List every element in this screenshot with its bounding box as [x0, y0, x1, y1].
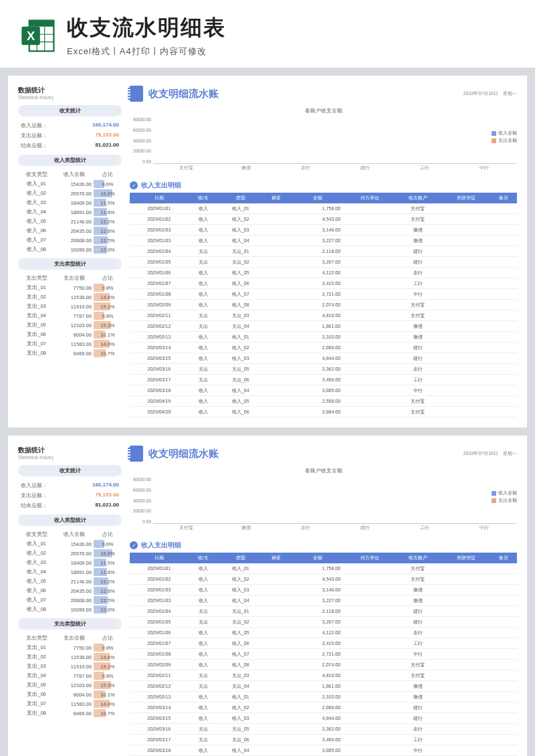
table-row: 支出_017750.009.8%	[18, 283, 122, 292]
table-row: 支出_088469.0010.7%	[18, 708, 122, 718]
page-title: 收支明细流水账	[148, 88, 219, 100]
table-row: 2029/03/17支出支出_063,466.00工行	[130, 375, 517, 385]
table-row: 收入_0418891.0011.8%	[18, 207, 122, 217]
table-row: 支出_0211538.0014.6%	[18, 652, 122, 662]
table-row: 2029/04/20收入收入_062,884.00支付宝	[130, 407, 517, 417]
template-page: 数据统计 Statistical Inquiry 收支统计收入总额：160,17…	[8, 436, 527, 756]
table-row: 支出_0211538.0014.6%	[18, 292, 122, 302]
y-axis: 80000.0060000.0040000.0020000.000.00	[130, 477, 153, 524]
book-icon	[130, 86, 143, 102]
table-row: 收入_0720008.0012.5%	[18, 235, 122, 245]
page-header: 收支明细流水账 2022年07月18日 星期一	[130, 86, 517, 102]
table-row: 2029/02/11支出支出_034,810.00支付宝	[130, 310, 517, 321]
x-axis: 支付宝微信农行建行工行中行	[153, 525, 517, 531]
sidebar-title: 数据统计	[18, 446, 122, 455]
summary-row: 支出总额：79,153.00	[18, 490, 122, 500]
section-header: ✓ 收入支出明细	[130, 541, 517, 550]
table-row: 支出_068004.0010.1%	[18, 690, 122, 699]
page-header: 收支明细流水账 2022年07月18日 星期一	[130, 446, 517, 462]
table-row: 支出_0711583.0014.6%	[18, 339, 122, 349]
page-title: 收支明细流水账	[148, 448, 219, 460]
main-content: 收支明细流水账 2022年07月18日 星期一 各账户收支金额 80000.00…	[130, 446, 517, 756]
table-row: 收入_0819289.0012.0%	[18, 245, 122, 254]
table-row: 2029/02/13收入收入_012,310.00微信	[130, 692, 517, 702]
excel-icon: X	[20, 17, 57, 54]
summary-row: 结余总额：81,021.00	[18, 140, 122, 151]
table-row: 2029/03/16支出支出_052,362.00农行	[130, 364, 517, 375]
table-row: 支出_068004.0010.1%	[18, 330, 122, 339]
detail-table: 日期收/支类型摘要金额对方单位收支账户关联凭证备注2029/01/01收入收入_…	[130, 193, 517, 417]
sidebar-title: 数据统计	[18, 86, 122, 95]
table-row: 2029/01/02收入收入_024,543.00支付宝	[130, 214, 517, 225]
table-row: 支出_0311919.0015.1%	[18, 662, 122, 671]
table-row: 2029/01/01收入收入_011,758.00支付宝	[130, 563, 517, 574]
main-content: 收支明细流水账 2022年07月18日 星期一 各账户收支金额 80000.00…	[130, 86, 517, 417]
table-row: 2029/03/18收入收入_043,005.00中行	[130, 385, 517, 396]
table-row: 支出_0512103.0015.3%	[18, 320, 122, 330]
table-row: 2029/03/14收入收入_022,060.00建行	[130, 702, 517, 713]
bar-chart: 80000.0060000.0040000.0020000.000.00 支付宝…	[130, 477, 517, 534]
summary-row: 支出总额：79,153.00	[18, 130, 122, 140]
sidebar: 数据统计 Statistical Inquiry 收支统计收入总额：160,17…	[18, 86, 122, 417]
table-row: 2029/03/15收入收入_034,844.00建行	[130, 713, 517, 724]
table-row: 2029/01/04支出支出_012,118.00建行	[130, 246, 517, 257]
table-row: 2029/03/18收入收入_043,005.00中行	[130, 745, 517, 756]
book-icon	[130, 446, 143, 462]
section-icon: ✓	[130, 541, 138, 549]
expense-table: 支出类型支出金额占比支出_017750.009.8%支出_0211538.001…	[18, 274, 122, 358]
chart-title: 各账户收支金额	[130, 107, 517, 114]
table-row: 支出_047787.009.8%	[18, 311, 122, 320]
table-row: 2029/01/04支出支出_012,118.00建行	[130, 606, 517, 617]
table-row: 2029/03/16支出支出_052,362.00农行	[130, 724, 517, 735]
table-row: 支出_017750.009.8%	[18, 643, 122, 652]
expense-header: 支出类型统计	[18, 258, 122, 270]
page-date: 2022年07月18日 星期一	[463, 450, 517, 457]
sidebar-subtitle: Statistical Inquiry	[18, 95, 122, 100]
table-row: 收入_0226570.0016.6%	[18, 549, 122, 558]
table-row: 2029/01/07收入收入_062,415.00工行	[130, 638, 517, 649]
table-row: 收入_0115426.009.6%	[18, 179, 122, 189]
expense-header: 支出类型统计	[18, 618, 122, 630]
sub-title: Excel格式丨A4打印丨内容可修改	[67, 45, 515, 58]
table-row: 2029/01/06收入收入_054,122.00农行	[130, 268, 517, 278]
sidebar: 数据统计 Statistical Inquiry 收支统计收入总额：160,17…	[18, 446, 122, 756]
table-row: 支出_088469.0010.7%	[18, 349, 122, 358]
template-header: X 收支流水明细表 Excel格式丨A4打印丨内容可修改	[0, 0, 535, 68]
table-row: 收入_0115426.009.6%	[18, 539, 122, 549]
summary-header: 收支统计	[18, 105, 122, 116]
template-page: 数据统计 Statistical Inquiry 收支统计收入总额：160,17…	[8, 76, 527, 428]
main-title: 收支流水明细表	[67, 13, 515, 43]
y-axis: 80000.0060000.0040000.0020000.000.00	[130, 117, 153, 164]
income-header: 收入类型统计	[18, 514, 122, 526]
table-row: 2029/01/05支出支出_023,267.00建行	[130, 257, 517, 268]
table-row: 2029/01/01收入收入_011,758.00支付宝	[130, 203, 517, 214]
summary-row: 收入总额：160,174.00	[18, 480, 122, 490]
income-header: 收入类型统计	[18, 155, 122, 166]
table-row: 2029/01/06收入收入_054,122.00农行	[130, 628, 517, 638]
income-table: 收支类型收入金额占比收入_0115426.009.6%收入_0226570.00…	[18, 170, 122, 254]
bar-chart: 80000.0060000.0040000.0020000.000.00 支付宝…	[130, 117, 517, 174]
table-row: 2029/02/12支出支出_041,861.00微信	[130, 681, 517, 692]
table-row: 支出_047787.009.8%	[18, 671, 122, 680]
table-row: 2029/02/11支出支出_034,810.00支付宝	[130, 670, 517, 681]
table-row: 收入_0720008.0012.5%	[18, 595, 122, 605]
table-row: 2029/01/03收入收入_033,146.00微信	[130, 585, 517, 595]
table-row: 2029/01/03收入收入_043,227.00微信	[130, 235, 517, 246]
x-axis: 支付宝微信农行建行工行中行	[153, 165, 517, 171]
table-row: 2029/03/15收入收入_034,844.00建行	[130, 353, 517, 364]
expense-table: 支出类型支出金额占比支出_017750.009.8%支出_0211538.001…	[18, 634, 122, 718]
sidebar-subtitle: Statistical Inquiry	[18, 455, 122, 460]
section-icon: ✓	[130, 181, 138, 189]
income-table: 收支类型收入金额占比收入_0115426.009.6%收入_0226570.00…	[18, 530, 122, 614]
table-row: 2029/01/02收入收入_024,543.00支付宝	[130, 574, 517, 585]
table-row: 2029/02/13收入收入_012,310.00微信	[130, 332, 517, 343]
summary-row: 收入总额：160,174.00	[18, 120, 122, 130]
table-row: 2029/01/03收入收入_043,227.00微信	[130, 595, 517, 606]
table-row: 支出_0311919.0015.1%	[18, 302, 122, 311]
section-header: ✓ 收入支出明细	[130, 181, 517, 190]
table-row: 2029/03/14收入收入_022,060.00建行	[130, 343, 517, 353]
table-row: 支出_0711583.0014.6%	[18, 699, 122, 708]
table-row: 收入_0620435.0012.8%	[18, 586, 122, 595]
summary-header: 收支统计	[18, 465, 122, 476]
page-date: 2022年07月18日 星期一	[463, 90, 517, 97]
